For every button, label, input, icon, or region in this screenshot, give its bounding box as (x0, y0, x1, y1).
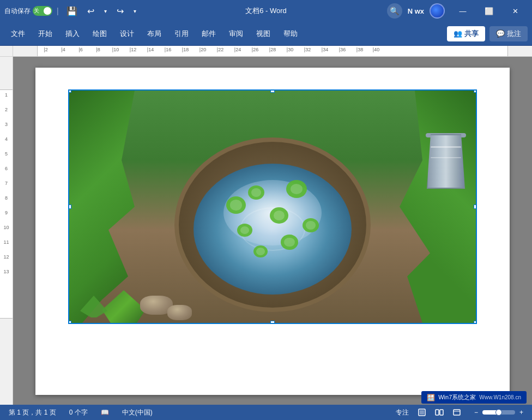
customize-button[interactable]: ▾ (130, 6, 140, 16)
selection-handle-tr[interactable] (474, 89, 477, 93)
toggle-knob (44, 7, 51, 15)
rock-2 (167, 305, 192, 320)
svg-rect-2 (436, 410, 439, 415)
autosave-state: 关 (34, 7, 39, 15)
zoom-slider-thumb[interactable] (495, 409, 502, 416)
svg-rect-1 (420, 410, 424, 415)
selection-handle-bl[interactable] (68, 321, 71, 324)
word-count[interactable]: 0 个字 (67, 407, 90, 418)
minimize-button[interactable]: — (450, 3, 475, 19)
bucket-stripe-2 (431, 157, 461, 158)
focus-button[interactable]: 专注 (394, 407, 411, 418)
lily-pad-6 (253, 245, 268, 257)
nwx-label: N wx (408, 7, 424, 15)
selection-handle-tl[interactable] (68, 89, 71, 93)
language-text: 中文(中国) (122, 408, 153, 417)
print-layout-button[interactable] (415, 407, 428, 418)
horizontal-ruler: // Will be rendered via JS |2 |4 |6 |8 |… (13, 46, 532, 56)
zoom-slider[interactable] (482, 410, 515, 415)
document-page: 📋 (Ctrl) ▼ (35, 68, 510, 395)
selection-handle-mr[interactable] (474, 205, 477, 209)
restore-button[interactable]: ⬜ (476, 3, 501, 19)
lily-pad-4 (237, 224, 252, 237)
language[interactable]: 中文(中国) (120, 407, 155, 418)
title-bar: 自动保存 关 | 💾 ↩ ▾ ↪ ▾ 文档6 - Word 🔍 N wx — ⬜… (0, 0, 532, 22)
selection-handle-ml[interactable] (68, 205, 71, 209)
book-icon: 📖 (101, 409, 109, 416)
autosave-toggle[interactable]: 关 (33, 6, 52, 16)
selection-handle-bm[interactable] (270, 321, 275, 324)
sep1: | (57, 7, 59, 15)
metal-bucket (427, 134, 465, 189)
svg-rect-3 (440, 410, 443, 415)
win7-watermark: 🪟 Win7系统之家 Www.W1n208.cn (421, 391, 527, 404)
win7-text: Win7系统之家 (438, 393, 476, 401)
share-label: 共享 (464, 29, 479, 39)
selection-handle-br[interactable] (474, 321, 477, 324)
main-content: 1 2 3 4 5 6 7 8 9 10 11 12 13 (0, 57, 532, 405)
svg-rect-4 (454, 410, 460, 415)
web-view-button[interactable] (450, 407, 463, 418)
lily-pad-8 (286, 180, 307, 198)
menu-review[interactable]: 审阅 (222, 26, 250, 42)
titlebar-left: 自动保存 关 | 💾 ↩ ▾ ↪ ▾ (4, 4, 387, 19)
menu-draw[interactable]: 绘图 (86, 26, 113, 42)
comment-button[interactable]: 💬 批注 (489, 26, 528, 41)
zoom-out-button[interactable]: − (472, 407, 480, 417)
win7-logo: 🪟 (427, 394, 435, 401)
zoom-in-button[interactable]: + (517, 407, 525, 417)
focus-label: 专注 (396, 408, 409, 417)
titlebar-right: 🔍 N wx — ⬜ ✕ (387, 3, 528, 19)
redo-button[interactable]: ↪ (113, 4, 127, 19)
menu-references[interactable]: 引用 (168, 26, 195, 42)
lily-pad-2 (248, 185, 264, 200)
autosave-label: 自动保存 关 (4, 6, 52, 16)
document-area[interactable]: 📋 (Ctrl) ▼ (13, 57, 532, 405)
close-button[interactable]: ✕ (503, 3, 528, 19)
globe-icon (430, 3, 445, 19)
save-button[interactable]: 💾 (63, 4, 81, 19)
win7-url: Www.W1n208.cn (479, 394, 521, 400)
document-image[interactable]: 📋 (Ctrl) ▼ (68, 89, 477, 324)
statusbar-right: 专注 − + (394, 407, 525, 418)
basin-water (194, 164, 352, 295)
menu-design[interactable]: 设计 (113, 26, 141, 42)
menu-insert[interactable]: 插入 (59, 26, 86, 42)
undo-button[interactable]: ↩ (84, 4, 98, 19)
menu-home[interactable]: 开始 (32, 26, 59, 42)
menu-layout[interactable]: 布局 (141, 26, 168, 42)
read-mode-icon[interactable]: 📖 (99, 407, 111, 417)
autosave-text: 自动保存 (4, 7, 31, 16)
page-info[interactable]: 第 1 页，共 1 页 (7, 407, 58, 418)
web-view-icon (452, 408, 461, 417)
selection-handle-tm[interactable] (270, 89, 275, 93)
window-controls: — ⬜ ✕ (450, 3, 528, 19)
zoom-control: − + (472, 407, 525, 417)
undo-dropdown[interactable]: ▾ (101, 6, 110, 16)
search-button[interactable]: 🔍 (387, 3, 402, 19)
lily-pad-1 (226, 196, 246, 214)
lily-pad-3 (270, 207, 288, 224)
share-icon: 👥 (454, 29, 462, 38)
page-info-text: 第 1 页，共 1 页 (9, 408, 56, 417)
status-bar: 第 1 页，共 1 页 0 个字 📖 中文(中国) 专注 (0, 405, 532, 420)
menu-mailings[interactable]: 邮件 (195, 26, 222, 42)
comment-icon: 💬 (496, 29, 505, 38)
lily-pad-7 (303, 218, 319, 232)
comment-label: 批注 (507, 29, 521, 39)
stone-basin (174, 137, 371, 312)
ruler-corner (0, 46, 13, 56)
menu-file[interactable]: 文件 (4, 26, 32, 42)
menu-view[interactable]: 视图 (250, 26, 277, 42)
menu-bar: 文件 开始 插入 绘图 设计 布局 引用 邮件 审阅 视图 帮助 👥 共享 💬 … (0, 22, 532, 46)
bucket-stripe (431, 146, 461, 148)
menu-help[interactable]: 帮助 (277, 26, 304, 42)
vertical-ruler: 1 2 3 4 5 6 7 8 9 10 11 12 13 (0, 57, 13, 405)
vruler-numbers: 1 2 3 4 5 6 7 8 9 10 11 12 13 (0, 57, 13, 284)
share-button[interactable]: 👥 共享 (447, 26, 485, 41)
ruler-container: // Will be rendered via JS |2 |4 |6 |8 |… (0, 46, 532, 57)
print-layout-icon (418, 408, 426, 417)
read-view-icon (435, 408, 444, 417)
read-view-button[interactable] (433, 407, 446, 418)
lily-pad-5 (281, 235, 298, 250)
